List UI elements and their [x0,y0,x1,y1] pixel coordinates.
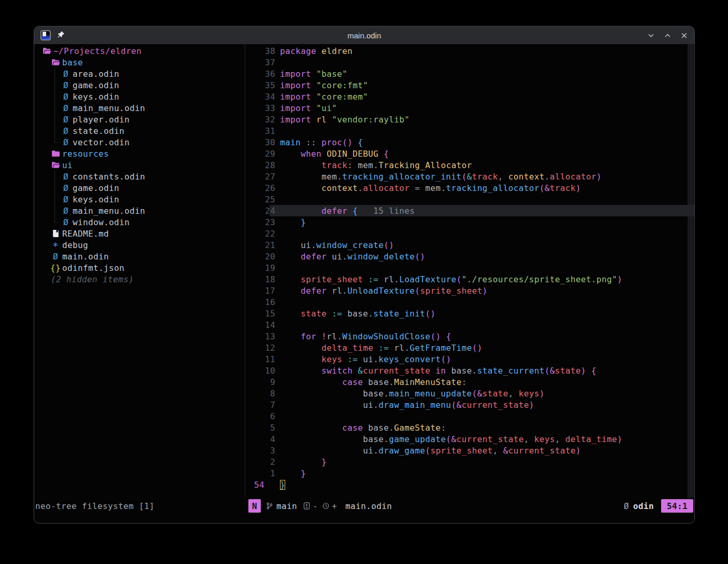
code-line[interactable]: 18 sprite_sheet := rl.LoadTexture("./res… [245,273,694,285]
line-number: 29 [245,149,275,159]
code-line[interactable]: 30main :: proc() { [245,136,694,148]
odin-icon: Ø [61,206,71,216]
line-number: 4 [245,434,275,444]
tree-item-label: area.odin [73,69,119,79]
odin-icon: Ø [61,92,71,102]
neotree-status: neo-tree filesystem [1] [34,501,155,511]
code-text: } [280,469,306,478]
code-line[interactable]: 31 [245,125,694,136]
code-line[interactable]: 4 base.game_update(&current_state, keys,… [245,433,694,445]
tree-indent-guide [54,91,55,102]
code-line[interactable]: 33import "ui" [245,102,694,114]
code-line[interactable]: 23 } [245,216,694,228]
code-line[interactable]: 29 when ODIN_DEBUG { [245,148,694,159]
code-line[interactable]: 13 for !rl.WindowShouldClose() { [245,331,694,342]
tree-item[interactable]: Økeys.odin [34,91,245,102]
tree-item[interactable]: {}odinfmt.json [34,262,245,273]
code-line[interactable]: 20 defer ui.window_delete() [245,251,694,262]
code-text: state := base.state_init() [280,309,436,319]
code-line[interactable]: 9 case base.MainMenuState: [245,376,694,388]
code-editor: 38package eldren3736import "base"35impor… [245,44,694,498]
code-line[interactable]: 3 ui.draw_game(sprite_sheet, &current_st… [245,445,694,456]
odin-icon: Ø [61,217,71,227]
tree-item[interactable]: Øgame.odin [34,182,245,194]
code-line[interactable]: 17 defer rl.UnloadTexture(sprite_sheet) [245,285,694,296]
tree-item-label: game.odin [73,80,119,90]
code-text: defer { 15 lines [280,206,415,216]
tree-indent-guide [54,136,55,142]
code-line[interactable]: 7 ui.draw_main_menu(&current_state) [245,399,694,410]
code-line[interactable]: 6 [245,410,694,422]
tree-item[interactable]: Østate.odin [34,125,245,136]
tree-item[interactable]: Ømain_menu.odin [34,205,245,216]
line-number: 35 [245,80,275,90]
tree-item-label: main_menu.odin [73,206,145,216]
close-button[interactable] [680,31,688,39]
line-number: 6 [245,411,275,421]
tree-item[interactable]: Øvector.odin [34,136,245,148]
code-line[interactable]: 8 base.main_menu_update(&state, keys) [245,388,694,399]
code-line[interactable]: 19 [245,262,694,273]
code-line[interactable]: 37 [245,57,694,68]
titlebar[interactable]: main.odin [34,26,694,44]
tree-item[interactable]: ~/Projects/eldren [34,45,245,57]
book-icon [51,229,60,238]
odin-icon: Ø [61,115,71,125]
code-line[interactable]: 16 [245,296,694,308]
code-line[interactable]: 54} [245,479,694,490]
code-line[interactable]: 25 [245,194,694,205]
line-number: 2 [245,457,275,467]
code-line[interactable]: 34import "core:mem" [245,91,694,102]
code-line[interactable]: 1 } [245,467,694,479]
tree-item[interactable]: README.md [34,228,245,239]
filetype-label: odin [633,501,654,511]
code-text: ui.draw_main_menu(&current_state) [280,400,534,410]
minimize-button[interactable] [647,31,655,39]
code-line[interactable]: 28 track: mem.Tracking_Allocator [245,159,694,171]
line-number: 15 [245,309,275,319]
tree-item[interactable]: Ømain_menu.odin [34,102,245,114]
tree-item[interactable]: resources [34,148,245,159]
code-line[interactable]: 15 state := base.state_init() [245,308,694,319]
tree-indent-guide [54,79,55,91]
tree-item[interactable]: base [34,57,245,68]
tree-item[interactable]: Ømain.odin [34,251,245,262]
tree-item[interactable]: Øwindow.odin [34,216,245,228]
code-line[interactable]: 35import "core:fmt" [245,79,694,91]
odin-icon: Ø [61,103,71,113]
tree-indent-guide [54,125,55,136]
code-line[interactable]: 10 switch &current_state in base.state_c… [245,365,694,376]
tree-item[interactable]: Øconstants.odin [34,171,245,182]
line-number: 21 [245,240,275,250]
maximize-button[interactable] [663,31,671,39]
code-line[interactable]: 2 } [245,456,694,467]
tree-indent-guide [54,171,55,182]
line-number: 10 [245,366,275,376]
code-text: } [280,457,327,467]
code-line[interactable]: 14 [245,319,694,331]
code-line[interactable]: 11 keys := ui.keys_convert() [245,353,694,365]
line-number: 37 [245,58,275,67]
code-line[interactable]: 22 [245,228,694,239]
tree-item[interactable]: Økeys.odin [34,194,245,205]
code-line[interactable]: 21 ui.window_create() [245,239,694,251]
code-line[interactable]: 36import "base" [245,68,694,79]
code-line[interactable]: 5 case base.GameState: [245,422,694,433]
code-lines: 38package eldren3736import "base"35impor… [245,45,694,490]
code-line[interactable]: 12 delta_time := rl.GetFrameTime() [245,342,694,353]
tree-item[interactable]: *debug [34,239,245,251]
code-line[interactable]: 32import rl "vendor:raylib" [245,114,694,125]
tree-item-label: ~/Projects/eldren [53,46,142,56]
tree-item[interactable]: (2 hidden items) [34,273,245,285]
tree-item[interactable]: Øgame.odin [34,79,245,91]
tree-indent-guide [54,102,55,114]
code-line[interactable]: 38package eldren [245,45,694,57]
tree-item[interactable]: Øplayer.odin [34,114,245,125]
tree-item-label: debug [62,240,88,250]
tree-item[interactable]: ui [34,159,245,171]
code-line[interactable]: 27 mem.tracking_allocator_init(&track, c… [245,171,694,182]
code-line[interactable]: 26 context.allocator = mem.tracking_allo… [245,182,694,194]
line-number: 33 [245,103,275,113]
code-line-folded[interactable]: 24 defer { 15 lines [245,205,694,216]
tree-item[interactable]: Øarea.odin [34,68,245,79]
